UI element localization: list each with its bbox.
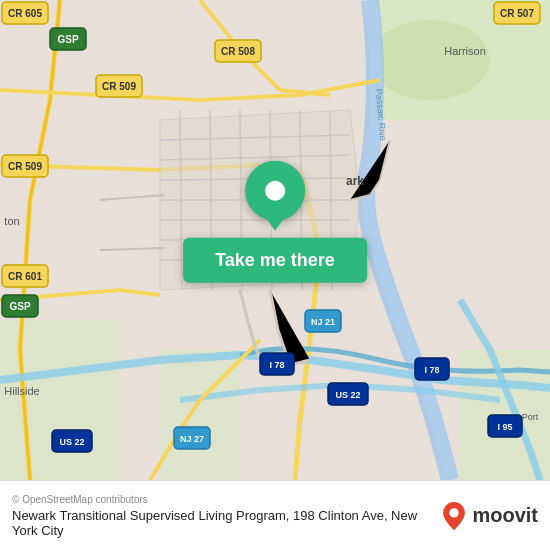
svg-text:Harrison: Harrison bbox=[444, 45, 486, 57]
moovit-logo: moovit bbox=[440, 502, 538, 530]
map-overlay: Take me there bbox=[183, 161, 367, 283]
info-text-block: © OpenStreetMap contributors Newark Tran… bbox=[12, 494, 430, 538]
svg-text:CR 509: CR 509 bbox=[102, 81, 136, 92]
map-pin bbox=[245, 161, 305, 221]
moovit-pin-icon bbox=[440, 502, 468, 530]
svg-point-2 bbox=[370, 20, 490, 100]
moovit-brand-text: moovit bbox=[472, 504, 538, 527]
svg-text:I 78: I 78 bbox=[424, 365, 439, 375]
svg-text:NJ 27: NJ 27 bbox=[180, 434, 204, 444]
svg-text:GSP: GSP bbox=[57, 34, 78, 45]
svg-text:ton: ton bbox=[4, 215, 19, 227]
location-name: Newark Transitional Supervised Living Pr… bbox=[12, 508, 430, 538]
pin-inner-circle bbox=[265, 181, 285, 201]
svg-text:Hillside: Hillside bbox=[4, 385, 39, 397]
svg-point-55 bbox=[450, 508, 459, 517]
svg-text:US 22: US 22 bbox=[335, 390, 360, 400]
svg-text:US 22: US 22 bbox=[59, 437, 84, 447]
svg-text:I 95: I 95 bbox=[497, 422, 512, 432]
svg-text:Port: Port bbox=[522, 412, 539, 422]
svg-text:NJ 21: NJ 21 bbox=[311, 317, 335, 327]
svg-text:CR 508: CR 508 bbox=[221, 46, 255, 57]
copyright-text: © OpenStreetMap contributors bbox=[12, 494, 430, 505]
take-me-there-button[interactable]: Take me there bbox=[183, 238, 367, 283]
svg-text:CR 509: CR 509 bbox=[8, 161, 42, 172]
map-container: CR 605 GSP CR 509 CR 508 CR 509 Passaic … bbox=[0, 0, 550, 480]
svg-text:CR 601: CR 601 bbox=[8, 271, 42, 282]
svg-text:CR 507: CR 507 bbox=[500, 8, 534, 19]
svg-text:CR 605: CR 605 bbox=[8, 8, 42, 19]
svg-text:GSP: GSP bbox=[9, 301, 30, 312]
svg-text:I 78: I 78 bbox=[269, 360, 284, 370]
info-bar: © OpenStreetMap contributors Newark Tran… bbox=[0, 480, 550, 550]
